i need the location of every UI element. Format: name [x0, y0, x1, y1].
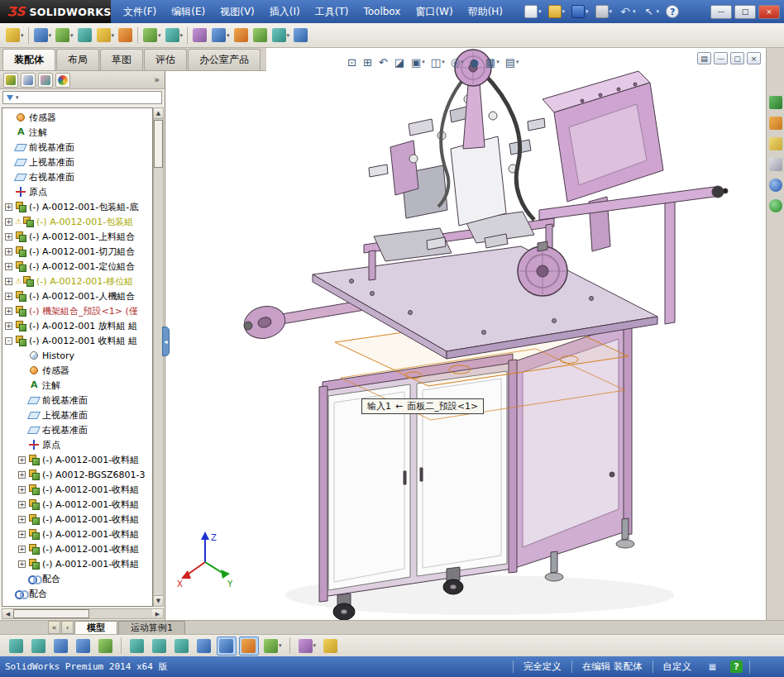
undo-button[interactable]: ↶ ▾ [616, 2, 638, 21]
displaymanager-tab[interactable] [55, 73, 70, 88]
scroll-left-arrow[interactable]: ◀ [2, 609, 13, 618]
tree-item[interactable]: ⚠ History [2, 348, 152, 363]
dropdown-arrow-icon[interactable]: ▾ [610, 8, 613, 15]
wireframe-button[interactable] [127, 636, 147, 656]
model-tab[interactable]: 模型 [74, 621, 117, 634]
solidworks-resources-tab[interactable] [769, 96, 782, 109]
panel-splitter[interactable]: ◂ [162, 327, 170, 356]
tree-expander[interactable]: + [5, 233, 12, 241]
tree-item[interactable]: + ⚠ (-) A-0012-001-收料組 [2, 541, 152, 556]
shaded-button[interactable] [194, 636, 214, 656]
propertymanager-tab[interactable] [21, 73, 36, 88]
dropdown-arrow-icon[interactable]: ▾ [461, 59, 464, 65]
scroll-down-arrow[interactable]: ▼ [154, 595, 163, 606]
display-style-button[interactable]: ◫ ▾ [429, 54, 447, 70]
tree-item[interactable]: + ⚠ (-) A-0012-001-包装組-底 [2, 199, 152, 214]
menu-item[interactable]: 文件(F) [116, 0, 164, 23]
tree-item[interactable]: ⚠ 配合 [2, 571, 152, 586]
zoom-to-fit-button[interactable]: ⊡ [346, 54, 359, 70]
pan-button[interactable] [51, 636, 71, 656]
view-palette-tab[interactable] [769, 158, 782, 171]
menu-item[interactable]: 帮助(H) [461, 0, 510, 23]
tree-item[interactable]: + ⚠ (-) 機架組合_預設<1> (僅 [2, 303, 152, 318]
tree-item[interactable]: ⚠ 右视基准面 [2, 422, 152, 437]
instant3d-button[interactable] [293, 27, 309, 43]
bill-of-materials-button[interactable]: ▾ [211, 27, 231, 43]
menu-item[interactable]: 插入(I) [262, 0, 308, 23]
dropdown-arrow-icon[interactable]: ▾ [516, 59, 519, 65]
tree-item[interactable]: ⚠ 注解 [2, 125, 152, 140]
rotate-view-button[interactable] [74, 636, 93, 656]
tree-expander[interactable]: + [18, 531, 26, 538]
tree-item[interactable]: + ⚠ (-) A-0012-001-收料組 [2, 556, 152, 571]
tree-item[interactable]: + ⚠ (-) A-0012-001-定位組合 [2, 259, 152, 274]
new-motion-study-button[interactable] [192, 27, 208, 43]
hide-show-items-button[interactable]: ◎ ▾ [449, 54, 466, 70]
tree-item[interactable]: + ⚠ (-) A-0012-001-收料組 [2, 482, 152, 497]
reference-geometry-button[interactable]: ▾ [165, 27, 184, 43]
tree-expander[interactable]: + [18, 516, 26, 523]
explode-line-sketch-button[interactable] [252, 27, 269, 43]
close-document-button[interactable]: × [747, 52, 761, 64]
smart-fasteners-button[interactable] [77, 27, 93, 43]
tree-item[interactable]: + ⚠ (-) A-0012-001-收料組 [2, 497, 152, 512]
dropdown-arrow-icon[interactable]: ▾ [657, 8, 660, 15]
tree-expander[interactable]: + [18, 546, 26, 553]
tree-expander[interactable]: + [5, 278, 12, 285]
panel-overflow-button[interactable]: » [154, 74, 165, 85]
tabs-scroll-right-button[interactable]: ‹ [61, 621, 74, 634]
dropdown-arrow-icon[interactable]: ▾ [633, 8, 636, 15]
tree-item[interactable]: ⚠ 原点 [2, 437, 152, 452]
tree-item[interactable]: + ⚠ (-) A-0012-001-人機組合 [2, 288, 152, 303]
shaded-with-edges-button[interactable] [217, 636, 237, 656]
minimize-document-button[interactable]: — [714, 52, 728, 64]
design-library-tab[interactable] [769, 117, 782, 130]
tree-expander[interactable]: + [5, 293, 12, 300]
window-menu-button[interactable]: ▤ [697, 52, 711, 64]
zoom-to-area-button[interactable] [29, 636, 49, 656]
tree-expander[interactable]: + [5, 248, 12, 255]
dropdown-arrow-icon[interactable]: ▾ [279, 642, 282, 649]
motion-study-tab[interactable]: 运动算例1 [118, 621, 185, 634]
tree-item[interactable]: ⚠ 配合 [2, 586, 152, 601]
tree-expander[interactable]: + [18, 486, 26, 493]
mate-button[interactable]: ▾ [33, 27, 53, 43]
scrollbar-thumb[interactable] [13, 609, 89, 618]
tree-item[interactable]: - ⚠ (-) A-0012-001 收料組 組 [2, 333, 152, 348]
quick-tips-help-button[interactable]: ? [730, 660, 743, 673]
menu-item[interactable]: 编辑(E) [164, 0, 213, 23]
graphics-area[interactable]: ⊡ ⊞ ↶ ◪ ▣ [165, 48, 766, 620]
interference-detection-button[interactable]: ▾ [271, 27, 291, 43]
hidden-lines-removed-button[interactable] [172, 636, 192, 656]
print-button[interactable]: ▾ [593, 2, 615, 21]
tree-expander[interactable]: + [18, 501, 26, 508]
tab-sketch[interactable]: 草图 [100, 49, 143, 70]
tree-item[interactable]: ⚠ 右视基准面 [2, 169, 152, 184]
tree-item[interactable]: + ⚠ (-) A-0012-001-收料組 [2, 527, 152, 541]
dropdown-arrow-icon[interactable]: ▾ [496, 59, 500, 65]
tab-assembly[interactable]: 装配体 [2, 49, 55, 70]
tree-expander[interactable]: + [18, 456, 26, 464]
tab-layout[interactable]: 布局 [56, 49, 99, 70]
view-orientation-button[interactable]: ▣ ▾ [409, 54, 427, 70]
view-orientation-button[interactable]: ▾ [261, 636, 284, 656]
tabs-scroll-left-button[interactable]: « [48, 621, 60, 634]
assembly-features-button[interactable]: ▾ [142, 27, 162, 43]
status-custom-label[interactable]: 自定义 [653, 660, 702, 673]
tree-expander[interactable]: + [5, 308, 12, 315]
dropdown-arrow-icon[interactable]: ▾ [586, 8, 589, 15]
tree-item[interactable]: + ⚠ (-) A-0012-001-上料組合 [2, 229, 152, 244]
view-settings-button[interactable]: ▤ ▾ [504, 54, 521, 70]
tree-expander[interactable]: + [18, 471, 26, 479]
tree-expander[interactable]: + [5, 203, 12, 211]
maximize-button[interactable]: □ [734, 5, 756, 19]
dropdown-arrow-icon[interactable]: ▾ [562, 8, 566, 15]
menu-item[interactable]: 视图(V) [213, 0, 262, 23]
dropdown-arrow-icon[interactable]: ▾ [313, 642, 317, 649]
zoom-to-area-button[interactable]: ⊞ [361, 54, 375, 70]
dropdown-arrow-icon[interactable]: ▾ [422, 59, 425, 65]
tree-item[interactable]: + ⚠ (-) A-0012-001-包装組 [2, 214, 152, 229]
tree-vertical-scrollbar[interactable]: ▲ ▼ [153, 107, 164, 607]
tree-expander[interactable]: + [18, 560, 26, 568]
file-explorer-tab[interactable] [769, 137, 782, 150]
